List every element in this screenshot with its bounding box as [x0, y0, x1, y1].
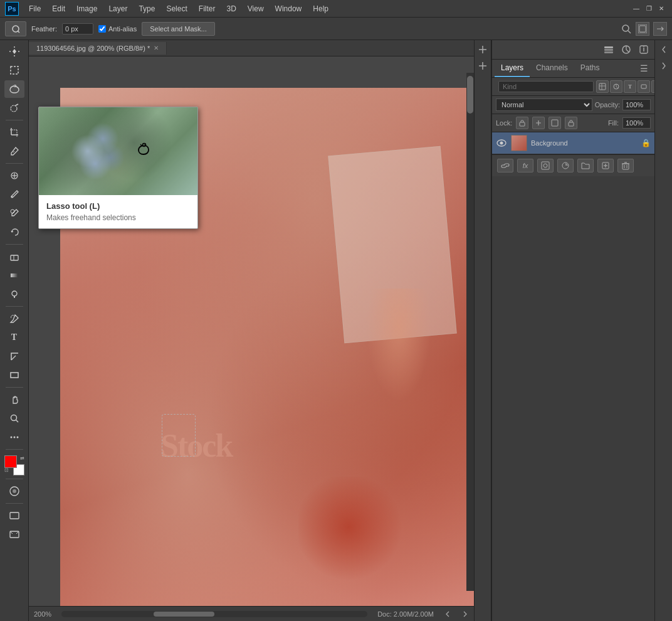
rectangle-tool[interactable]	[4, 366, 24, 384]
filter-type-btn[interactable]: T	[624, 80, 636, 93]
opacity-input[interactable]	[622, 99, 651, 110]
menu-type[interactable]: Type	[134, 3, 160, 15]
menu-edit[interactable]: Edit	[47, 3, 70, 15]
clone-stamp-tool[interactable]	[4, 204, 24, 222]
brush-tool[interactable]	[4, 186, 24, 203]
far-right-expand[interactable]	[657, 59, 671, 73]
new-group-btn[interactable]	[577, 159, 594, 172]
horizontal-scroll-thumb[interactable]	[154, 612, 215, 617]
svg-line-13	[13, 151, 14, 152]
svg-rect-21	[11, 273, 18, 277]
panel-icon-info[interactable]	[637, 43, 651, 56]
tab-filename: 1193064566.jpg @ 200% (RGB/8#) *	[36, 45, 150, 52]
panel-icon-layers[interactable]	[602, 43, 616, 56]
lock-artboard-btn[interactable]	[549, 117, 561, 129]
search-icon[interactable]	[621, 23, 632, 34]
blend-mode-select[interactable]: Normal	[496, 98, 592, 111]
left-toolbar: T ⇄ ⊡	[0, 40, 29, 621]
horizontal-scrollbar[interactable]	[61, 611, 367, 617]
svg-rect-39	[604, 49, 613, 51]
type-tool[interactable]: T	[4, 329, 24, 346]
vertical-scrollbar[interactable]	[466, 73, 474, 591]
new-layer-btn[interactable]	[597, 159, 614, 172]
canvas-container[interactable]: Stock	[29, 56, 474, 606]
dodge-tool[interactable]	[4, 285, 24, 303]
minimize-button[interactable]: —	[631, 3, 642, 14]
status-arrow-right[interactable]	[461, 610, 469, 618]
delete-layer-btn[interactable]	[617, 159, 634, 172]
quick-select-tool[interactable]	[4, 99, 24, 117]
vertical-scroll-thumb[interactable]	[467, 76, 473, 114]
lock-position-btn[interactable]	[532, 117, 545, 129]
menu-select[interactable]: Select	[161, 3, 192, 15]
zoom-tool[interactable]	[4, 410, 24, 427]
history-brush-tool[interactable]	[4, 223, 24, 241]
swap-colors-icon[interactable]: ⇄	[20, 455, 24, 461]
menu-filter[interactable]: Filter	[194, 3, 221, 15]
more-tools[interactable]	[4, 428, 24, 446]
svg-rect-49	[641, 85, 646, 88]
far-right-collapse[interactable]	[657, 43, 671, 56]
filter-adjust-btn[interactable]	[610, 80, 622, 93]
screen-mode-btn[interactable]	[4, 507, 24, 524]
layer-item-background[interactable]: Background 🔒	[492, 132, 654, 154]
menu-3d[interactable]: 3D	[221, 3, 241, 15]
filter-shape-btn[interactable]	[638, 80, 650, 93]
default-colors-icon[interactable]: ⊡	[4, 467, 9, 473]
mid-toggle-2[interactable]	[476, 59, 490, 73]
menu-layer[interactable]: Layer	[103, 3, 132, 15]
menu-file[interactable]: File	[24, 3, 46, 15]
gradient-tool[interactable]	[4, 267, 24, 284]
crop-tool[interactable]	[4, 124, 24, 141]
healing-tool[interactable]	[4, 167, 24, 184]
layer-visibility-toggle[interactable]	[496, 137, 507, 149]
pen-tool[interactable]	[4, 310, 24, 327]
tab-channels[interactable]: Channels	[530, 60, 574, 77]
eyedropper-tool[interactable]	[4, 142, 24, 160]
tab-bar: 1193064566.jpg @ 200% (RGB/8#) * ✕	[29, 40, 474, 56]
close-button[interactable]: ✕	[656, 3, 667, 14]
antialias-checkbox[interactable]	[98, 25, 106, 33]
add-mask-btn[interactable]	[537, 159, 554, 172]
maximize-button[interactable]: ❐	[643, 3, 654, 14]
tab-close-button[interactable]: ✕	[154, 45, 159, 51]
select-mask-button[interactable]: Select and Mask...	[142, 22, 215, 36]
quick-mask-btn[interactable]	[4, 482, 24, 500]
menu-view[interactable]: View	[243, 3, 269, 15]
layer-kind-search[interactable]	[498, 81, 594, 92]
svg-point-22	[12, 291, 17, 296]
panel-menu-button[interactable]: ☰	[636, 61, 652, 76]
tab-layers[interactable]: Layers	[495, 60, 530, 77]
mid-toggle-1[interactable]	[476, 43, 490, 56]
lasso-tool[interactable]	[4, 80, 24, 98]
document-tab[interactable]: 1193064566.jpg @ 200% (RGB/8#) * ✕	[29, 42, 167, 55]
status-arrow-left[interactable]	[444, 610, 451, 618]
layer-fx-btn[interactable]: fx	[517, 159, 533, 172]
zoom-level: 200%	[34, 610, 51, 618]
frame-tool[interactable]	[4, 526, 24, 543]
move-tool[interactable]	[4, 43, 24, 60]
marquee-tool[interactable]	[4, 61, 24, 79]
tab-paths[interactable]: Paths	[574, 60, 606, 77]
hand-tool[interactable]	[4, 391, 24, 408]
eraser-tool[interactable]	[4, 248, 24, 265]
menu-help[interactable]: Help	[308, 3, 333, 15]
tool-preset-btn[interactable]	[5, 21, 26, 36]
menu-bar: File Edit Image Layer Type Select Filter…	[24, 3, 333, 15]
path-select-tool[interactable]	[4, 348, 24, 365]
view-options-btn[interactable]	[636, 22, 649, 36]
panel-icon-adjust[interactable]	[619, 43, 633, 56]
filter-pixel-btn[interactable]	[596, 80, 609, 93]
link-layers-btn[interactable]	[497, 159, 513, 172]
lock-pixels-btn[interactable]	[516, 117, 528, 129]
opacity-label: Opacity:	[595, 101, 620, 109]
lock-all-btn[interactable]	[565, 117, 577, 129]
svg-rect-53	[552, 120, 558, 126]
fill-input[interactable]	[622, 117, 651, 129]
foreground-color[interactable]	[4, 455, 17, 468]
new-fill-layer-btn[interactable]	[557, 159, 574, 172]
menu-image[interactable]: Image	[71, 3, 102, 15]
menu-window[interactable]: Window	[270, 3, 307, 15]
feather-input[interactable]	[62, 23, 93, 34]
share-btn[interactable]	[653, 22, 667, 36]
